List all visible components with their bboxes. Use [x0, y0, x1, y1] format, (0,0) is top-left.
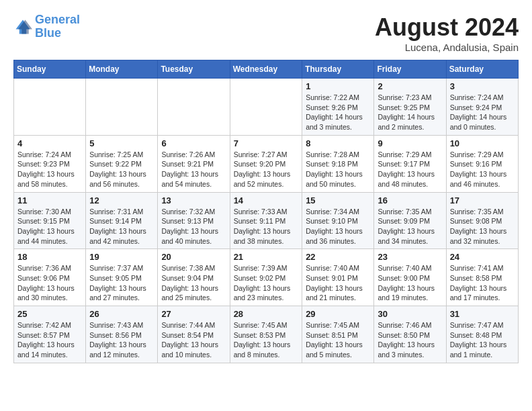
calendar-cell: 17Sunrise: 7:35 AM Sunset: 9:08 PM Dayli… — [446, 192, 518, 249]
day-number: 20 — [161, 252, 226, 262]
calendar-cell: 9Sunrise: 7:29 AM Sunset: 9:17 PM Daylig… — [374, 135, 446, 192]
day-info: Sunrise: 7:32 AM Sunset: 9:13 PM Dayligh… — [161, 207, 226, 246]
day-number: 24 — [450, 252, 515, 262]
day-info: Sunrise: 7:28 AM Sunset: 9:18 PM Dayligh… — [306, 150, 370, 189]
day-info: Sunrise: 7:31 AM Sunset: 9:14 PM Dayligh… — [89, 207, 154, 246]
calendar-cell: 23Sunrise: 7:40 AM Sunset: 9:00 PM Dayli… — [374, 249, 446, 306]
page-header: General Blue August 2024 Lucena, Andalus… — [13, 13, 519, 53]
week-row-5: 25Sunrise: 7:42 AM Sunset: 8:57 PM Dayli… — [14, 306, 519, 363]
logo-text: General Blue — [35, 13, 80, 40]
day-info: Sunrise: 7:24 AM Sunset: 9:23 PM Dayligh… — [17, 150, 82, 189]
calendar-body: 1Sunrise: 7:22 AM Sunset: 9:26 PM Daylig… — [14, 79, 519, 363]
calendar-cell: 19Sunrise: 7:37 AM Sunset: 9:05 PM Dayli… — [86, 249, 158, 306]
logo-icon — [13, 17, 32, 36]
day-number: 15 — [306, 195, 370, 205]
week-row-2: 4Sunrise: 7:24 AM Sunset: 9:23 PM Daylig… — [14, 135, 519, 192]
day-info: Sunrise: 7:24 AM Sunset: 9:24 PM Dayligh… — [450, 93, 515, 132]
calendar-cell: 22Sunrise: 7:40 AM Sunset: 9:01 PM Dayli… — [302, 249, 374, 306]
day-info: Sunrise: 7:40 AM Sunset: 9:01 PM Dayligh… — [306, 263, 370, 303]
day-info: Sunrise: 7:29 AM Sunset: 9:17 PM Dayligh… — [378, 150, 442, 189]
header-tuesday: Tuesday — [158, 60, 230, 79]
day-info: Sunrise: 7:43 AM Sunset: 8:56 PM Dayligh… — [89, 320, 154, 360]
day-info: Sunrise: 7:30 AM Sunset: 9:15 PM Dayligh… — [17, 207, 82, 246]
day-info: Sunrise: 7:46 AM Sunset: 8:50 PM Dayligh… — [378, 320, 442, 360]
day-info: Sunrise: 7:26 AM Sunset: 9:21 PM Dayligh… — [161, 150, 226, 189]
day-number: 10 — [450, 138, 515, 148]
day-info: Sunrise: 7:25 AM Sunset: 9:22 PM Dayligh… — [89, 150, 154, 189]
day-number: 21 — [234, 252, 299, 262]
day-number: 9 — [378, 138, 442, 148]
calendar-cell: 1Sunrise: 7:22 AM Sunset: 9:26 PM Daylig… — [302, 79, 374, 136]
day-info: Sunrise: 7:35 AM Sunset: 9:09 PM Dayligh… — [378, 207, 442, 246]
calendar-cell: 26Sunrise: 7:43 AM Sunset: 8:56 PM Dayli… — [86, 306, 158, 363]
day-info: Sunrise: 7:33 AM Sunset: 9:11 PM Dayligh… — [234, 207, 299, 246]
calendar-cell — [158, 79, 230, 136]
calendar-cell: 16Sunrise: 7:35 AM Sunset: 9:09 PM Dayli… — [374, 192, 446, 249]
day-number: 23 — [378, 252, 442, 262]
day-number: 11 — [17, 195, 82, 205]
calendar-cell: 2Sunrise: 7:23 AM Sunset: 9:25 PM Daylig… — [374, 79, 446, 136]
calendar-cell: 27Sunrise: 7:44 AM Sunset: 8:54 PM Dayli… — [158, 306, 230, 363]
calendar-cell: 30Sunrise: 7:46 AM Sunset: 8:50 PM Dayli… — [374, 306, 446, 363]
day-number: 29 — [306, 309, 370, 319]
calendar-cell: 25Sunrise: 7:42 AM Sunset: 8:57 PM Dayli… — [14, 306, 86, 363]
calendar-cell: 15Sunrise: 7:34 AM Sunset: 9:10 PM Dayli… — [302, 192, 374, 249]
header-friday: Friday — [374, 60, 446, 79]
day-info: Sunrise: 7:38 AM Sunset: 9:04 PM Dayligh… — [161, 263, 226, 303]
calendar-table: SundayMondayTuesdayWednesdayThursdayFrid… — [13, 60, 519, 363]
header-wednesday: Wednesday — [230, 60, 302, 79]
day-info: Sunrise: 7:23 AM Sunset: 9:25 PM Dayligh… — [378, 93, 442, 132]
day-number: 22 — [306, 252, 370, 262]
title-block: August 2024 Lucena, Andalusia, Spain — [375, 13, 519, 53]
day-info: Sunrise: 7:41 AM Sunset: 8:58 PM Dayligh… — [450, 263, 515, 303]
day-number: 25 — [17, 309, 82, 319]
calendar-cell: 8Sunrise: 7:28 AM Sunset: 9:18 PM Daylig… — [302, 135, 374, 192]
calendar-cell: 21Sunrise: 7:39 AM Sunset: 9:02 PM Dayli… — [230, 249, 302, 306]
day-info: Sunrise: 7:29 AM Sunset: 9:16 PM Dayligh… — [450, 150, 515, 189]
calendar-cell: 20Sunrise: 7:38 AM Sunset: 9:04 PM Dayli… — [158, 249, 230, 306]
day-info: Sunrise: 7:39 AM Sunset: 9:02 PM Dayligh… — [234, 263, 299, 303]
calendar-cell: 4Sunrise: 7:24 AM Sunset: 9:23 PM Daylig… — [14, 135, 86, 192]
calendar-cell: 12Sunrise: 7:31 AM Sunset: 9:14 PM Dayli… — [86, 192, 158, 249]
day-number: 7 — [234, 138, 299, 148]
day-number: 13 — [161, 195, 226, 205]
logo: General Blue — [13, 13, 80, 40]
day-number: 19 — [89, 252, 154, 262]
header-sunday: Sunday — [14, 60, 86, 79]
day-info: Sunrise: 7:27 AM Sunset: 9:20 PM Dayligh… — [234, 150, 299, 189]
calendar-cell: 18Sunrise: 7:36 AM Sunset: 9:06 PM Dayli… — [14, 249, 86, 306]
day-info: Sunrise: 7:40 AM Sunset: 9:00 PM Dayligh… — [378, 263, 442, 303]
day-number: 1 — [306, 81, 370, 91]
calendar-cell: 24Sunrise: 7:41 AM Sunset: 8:58 PM Dayli… — [446, 249, 518, 306]
day-number: 31 — [450, 309, 515, 319]
day-info: Sunrise: 7:47 AM Sunset: 8:48 PM Dayligh… — [450, 320, 515, 360]
calendar-cell: 14Sunrise: 7:33 AM Sunset: 9:11 PM Dayli… — [230, 192, 302, 249]
logo-line1: General — [35, 13, 80, 26]
calendar-cell — [86, 79, 158, 136]
day-number: 26 — [89, 309, 154, 319]
month-year-title: August 2024 — [375, 13, 519, 42]
calendar-cell: 31Sunrise: 7:47 AM Sunset: 8:48 PM Dayli… — [446, 306, 518, 363]
calendar-cell — [14, 79, 86, 136]
calendar-cell: 7Sunrise: 7:27 AM Sunset: 9:20 PM Daylig… — [230, 135, 302, 192]
day-number: 2 — [378, 81, 442, 91]
day-info: Sunrise: 7:45 AM Sunset: 8:51 PM Dayligh… — [306, 320, 370, 360]
header-thursday: Thursday — [302, 60, 374, 79]
week-row-4: 18Sunrise: 7:36 AM Sunset: 9:06 PM Dayli… — [14, 249, 519, 306]
day-number: 8 — [306, 138, 370, 148]
day-number: 16 — [378, 195, 442, 205]
week-row-1: 1Sunrise: 7:22 AM Sunset: 9:26 PM Daylig… — [14, 79, 519, 136]
calendar-cell: 3Sunrise: 7:24 AM Sunset: 9:24 PM Daylig… — [446, 79, 518, 136]
header-saturday: Saturday — [446, 60, 518, 79]
header-row: SundayMondayTuesdayWednesdayThursdayFrid… — [14, 60, 519, 79]
day-number: 5 — [89, 138, 154, 148]
day-number: 18 — [17, 252, 82, 262]
day-info: Sunrise: 7:37 AM Sunset: 9:05 PM Dayligh… — [89, 263, 154, 303]
day-number: 4 — [17, 138, 82, 148]
day-number: 12 — [89, 195, 154, 205]
header-monday: Monday — [86, 60, 158, 79]
day-info: Sunrise: 7:36 AM Sunset: 9:06 PM Dayligh… — [17, 263, 82, 303]
day-number: 6 — [161, 138, 226, 148]
calendar-cell: 29Sunrise: 7:45 AM Sunset: 8:51 PM Dayli… — [302, 306, 374, 363]
day-info: Sunrise: 7:44 AM Sunset: 8:54 PM Dayligh… — [161, 320, 226, 360]
